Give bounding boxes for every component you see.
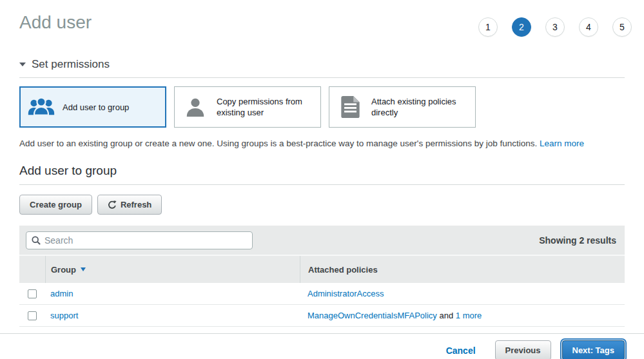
table-row: admin AdministratorAccess <box>19 283 625 305</box>
step-1: 1 <box>478 17 498 37</box>
refresh-label: Refresh <box>121 200 151 209</box>
policy-link[interactable]: ManageOwnCredentialsMFAPolicy <box>307 311 437 320</box>
card-add-user-to-group[interactable]: Add user to group <box>19 86 166 128</box>
learn-more-link[interactable]: Learn more <box>540 139 584 148</box>
step-3: 3 <box>545 17 565 37</box>
group-description: Add user to an existing group or create … <box>19 139 625 148</box>
card-copy-permissions[interactable]: Copy permissions from existing user <box>174 86 321 128</box>
step-5: 5 <box>612 17 632 37</box>
search-input[interactable] <box>44 235 247 246</box>
groups-table: Showing 2 results Group Attached policie… <box>19 226 625 327</box>
wizard-step-indicator: 1 2 3 4 5 <box>478 17 632 37</box>
previous-button[interactable]: Previous <box>495 340 551 359</box>
row-checkbox[interactable] <box>28 311 37 320</box>
document-icon <box>336 96 364 118</box>
user-icon <box>181 96 210 118</box>
next-tags-button[interactable]: Next: Tags <box>562 340 625 359</box>
header-checkbox-cell <box>19 256 45 283</box>
row-checkbox[interactable] <box>28 289 37 298</box>
policy-link[interactable]: AdministratorAccess <box>307 289 384 298</box>
card-label: Attach existing policies directly <box>371 96 469 118</box>
set-permissions-toggle[interactable]: Set permissions <box>19 58 110 71</box>
refresh-button[interactable]: Refresh <box>97 195 162 215</box>
results-count: Showing 2 results <box>539 235 618 246</box>
search-box[interactable] <box>26 231 253 249</box>
table-header-row: Group Attached policies <box>19 255 625 283</box>
permission-option-cards: Add user to group Copy permissions from … <box>19 86 625 128</box>
group-link[interactable]: support <box>50 311 78 320</box>
column-header-group[interactable]: Group <box>45 256 300 283</box>
column-header-attached-policies: Attached policies <box>300 256 625 283</box>
card-label: Copy permissions from existing user <box>217 96 314 118</box>
wizard-footer: Cancel Previous Next: Tags <box>0 333 644 359</box>
chevron-down-icon <box>19 63 26 66</box>
set-permissions-title: Set permissions <box>32 58 110 71</box>
description-text: Add user to an existing group or create … <box>19 139 540 148</box>
step-4: 4 <box>579 17 598 37</box>
conjunction-text: and <box>437 311 456 320</box>
step-2-active: 2 <box>512 17 531 37</box>
sort-desc-icon <box>81 267 86 271</box>
divider <box>19 184 625 185</box>
search-icon <box>32 236 41 245</box>
table-toolbar: Showing 2 results <box>19 226 625 255</box>
card-attach-policies[interactable]: Attach existing policies directly <box>329 86 476 128</box>
more-policies-link[interactable]: 1 more <box>456 311 482 320</box>
user-group-icon <box>27 95 55 119</box>
card-label: Add user to group <box>63 102 129 113</box>
group-link[interactable]: admin <box>50 289 73 298</box>
table-row: support ManageOwnCredentialsMFAPolicy an… <box>19 305 625 327</box>
create-group-button[interactable]: Create group <box>19 195 92 215</box>
divider <box>19 77 625 78</box>
cancel-link[interactable]: Cancel <box>446 345 476 356</box>
add-user-to-group-heading: Add user to group <box>19 164 625 178</box>
group-column-label: Group <box>51 265 76 275</box>
refresh-icon <box>108 200 117 209</box>
